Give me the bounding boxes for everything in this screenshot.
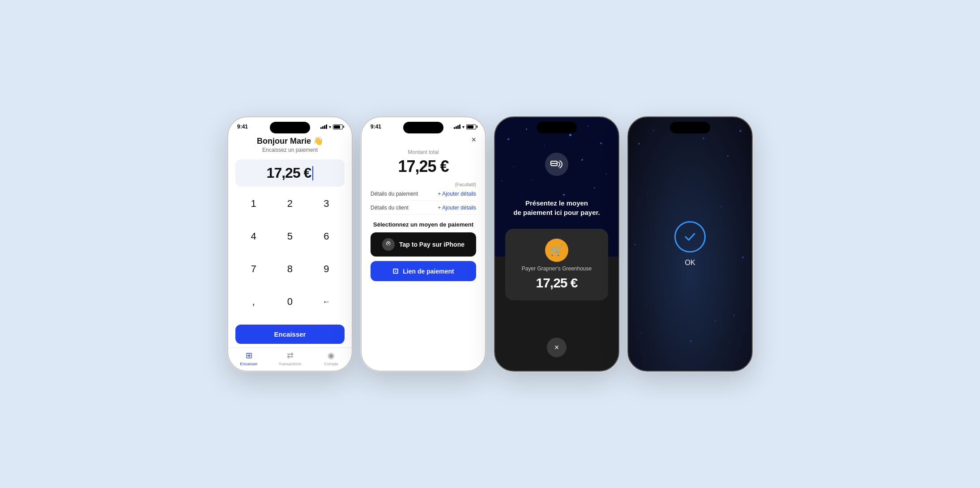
nav-compte[interactable]: ◉ Compte bbox=[311, 351, 352, 366]
key-9[interactable]: 9 bbox=[308, 257, 345, 281]
nav-transactions-icon: ⇄ bbox=[287, 351, 294, 360]
ok-label: OK bbox=[685, 259, 695, 267]
montant-label: Montant total bbox=[371, 149, 476, 155]
nfc-wave-icon bbox=[545, 153, 568, 176]
merchant-label: Payer Grapner's Greenhouse bbox=[522, 265, 592, 272]
lien-paiement-button[interactable]: ⊡ Lien de paiement bbox=[371, 261, 476, 281]
cancel-icon: × bbox=[554, 343, 559, 352]
key-3[interactable]: 3 bbox=[308, 192, 345, 215]
phone4-content: OK bbox=[628, 117, 752, 371]
time-2: 9:41 bbox=[371, 124, 381, 130]
montant-value: 17,25 € bbox=[371, 157, 476, 176]
greeting-title: Bonjour Marie 👋 bbox=[235, 136, 345, 146]
tap-to-pay-label: Tap to Pay sur iPhone bbox=[399, 241, 464, 248]
detail-client-label: Détails du client bbox=[371, 205, 409, 211]
phone-1: 9:41 ▾ Bonjour Marie 👋 Encaissez un paie… bbox=[227, 116, 353, 372]
phone3-content: Présentez le moyende paiement ici pour p… bbox=[495, 117, 618, 371]
pay-amount: 17,25 € bbox=[536, 275, 577, 291]
dynamic-island-1 bbox=[270, 122, 310, 133]
basket-icon: 🛒 bbox=[545, 239, 568, 262]
signal-bars-1 bbox=[320, 124, 327, 129]
key-backspace[interactable]: ← bbox=[308, 290, 345, 313]
nfc-instruction-text: Présentez le moyende paiement ici pour p… bbox=[512, 198, 601, 217]
amount-text: 17,25 € bbox=[267, 165, 311, 181]
add-client-action[interactable]: + Ajouter détails bbox=[438, 205, 476, 211]
dynamic-island-3 bbox=[537, 122, 577, 133]
detail-client-row: Détails du client + Ajouter détails bbox=[371, 201, 476, 215]
detail-paiement-label: Détails du paiement bbox=[371, 191, 418, 197]
status-icons-2: ▾ bbox=[454, 124, 476, 129]
nav-encaisser-label: Encaisser bbox=[240, 362, 258, 366]
wifi-icon-2: ▾ bbox=[462, 124, 464, 129]
nav-encaisser[interactable]: ⊞ Encaisser bbox=[228, 351, 269, 366]
key-2[interactable]: 2 bbox=[272, 192, 308, 215]
lien-icon: ⊡ bbox=[392, 267, 398, 275]
nav-encaisser-icon: ⊞ bbox=[246, 351, 252, 360]
key-4[interactable]: 4 bbox=[235, 225, 272, 248]
greeting-section: Bonjour Marie 👋 Encaissez un paiement bbox=[235, 132, 345, 156]
amount-display: 17,25 € bbox=[235, 159, 345, 187]
close-button[interactable]: × bbox=[371, 132, 476, 146]
payment-card: 🛒 Payer Grapner's Greenhouse 17,25 € bbox=[505, 229, 608, 300]
nav-compte-label: Compte bbox=[324, 362, 338, 366]
encaisser-button[interactable]: Encaisser bbox=[235, 325, 345, 344]
add-paiement-action[interactable]: + Ajouter détails bbox=[438, 191, 476, 197]
wifi-icon-1: ▾ bbox=[329, 124, 331, 129]
status-icons-1: ▾ bbox=[320, 124, 343, 129]
phone-3: Présentez le moyende paiement ici pour p… bbox=[494, 116, 619, 372]
dynamic-island-4 bbox=[670, 122, 710, 133]
key-6[interactable]: 6 bbox=[308, 225, 345, 248]
tap-nfc-icon bbox=[382, 238, 395, 251]
phone1-content: Bonjour Marie 👋 Encaissez un paiement 17… bbox=[228, 132, 352, 347]
key-5[interactable]: 5 bbox=[272, 225, 308, 248]
keypad: 1 2 3 4 5 6 7 8 9 , 0 ← bbox=[235, 190, 345, 325]
nav-compte-icon: ◉ bbox=[328, 351, 335, 360]
battery-2 bbox=[466, 124, 476, 129]
key-7[interactable]: 7 bbox=[235, 257, 272, 281]
greeting-subtitle: Encaissez un paiement bbox=[235, 147, 345, 153]
phone-2: 9:41 ▾ × Montant total 17,25 € (Facultat… bbox=[361, 116, 486, 372]
nav-transactions[interactable]: ⇄ Transactions bbox=[269, 351, 311, 366]
lien-paiement-label: Lien de paiement bbox=[403, 268, 454, 275]
key-1[interactable]: 1 bbox=[235, 192, 272, 215]
key-comma[interactable]: , bbox=[235, 290, 272, 313]
dynamic-island-2 bbox=[403, 122, 443, 133]
time-1: 9:41 bbox=[237, 124, 248, 130]
phone-4: OK bbox=[627, 116, 753, 372]
success-content: OK bbox=[674, 221, 706, 267]
svg-point-0 bbox=[388, 243, 389, 244]
cancel-button[interactable]: × bbox=[547, 338, 567, 357]
cursor bbox=[312, 166, 313, 180]
checkmark-circle bbox=[674, 221, 706, 253]
phone2-content: × Montant total 17,25 € (Facultatif) Dét… bbox=[362, 132, 485, 371]
key-0[interactable]: 0 bbox=[272, 290, 308, 313]
facultatif-label: (Facultatif) bbox=[371, 182, 476, 187]
nav-transactions-label: Transactions bbox=[278, 362, 301, 366]
payment-method-title: Sélectionnez un moyen de paiement bbox=[371, 221, 476, 228]
detail-paiement-row: Détails du paiement + Ajouter détails bbox=[371, 187, 476, 201]
signal-bars-2 bbox=[454, 124, 460, 129]
key-8[interactable]: 8 bbox=[272, 257, 308, 281]
tap-to-pay-button[interactable]: Tap to Pay sur iPhone bbox=[371, 232, 476, 257]
bottom-nav: ⊞ Encaisser ⇄ Transactions ◉ Compte bbox=[228, 347, 352, 371]
battery-1 bbox=[333, 124, 343, 129]
phones-container: 9:41 ▾ Bonjour Marie 👋 Encaissez un paie… bbox=[227, 116, 753, 372]
